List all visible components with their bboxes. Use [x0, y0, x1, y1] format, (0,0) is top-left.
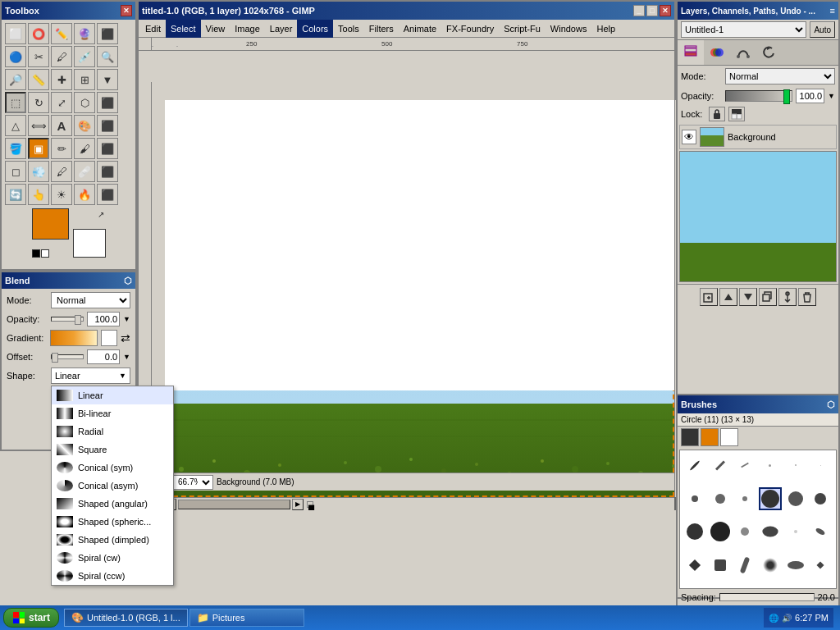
status-zoom-select[interactable]: 66.7%: [172, 475, 213, 490]
blend-opacity-slider[interactable]: [51, 317, 84, 322]
menu-script-fu[interactable]: Script-Fu: [499, 20, 546, 38]
brush-item-20[interactable]: [709, 554, 732, 577]
blend-shape-arrow[interactable]: ▼: [119, 372, 126, 380]
tab-undo[interactable]: [756, 40, 783, 65]
extra-tool1[interactable]: ⬛: [97, 23, 118, 44]
scissors-tool[interactable]: ✂: [28, 46, 49, 67]
brush-swatch-white[interactable]: [720, 428, 738, 446]
brush-item-7[interactable]: [683, 487, 706, 510]
blend-offset-value[interactable]: 0.0: [87, 349, 120, 364]
swap-colors-button[interactable]: ↗: [98, 210, 104, 219]
brush-item-1[interactable]: [683, 454, 706, 477]
lock-alpha-button[interactable]: [728, 107, 745, 121]
blend-gradient-options[interactable]: [101, 330, 117, 346]
paths-tool[interactable]: 🖊: [51, 46, 72, 67]
brush-item-22[interactable]: [759, 554, 782, 577]
tab-channels[interactable]: [704, 40, 730, 65]
taskbar-item-gimp[interactable]: 🎨 Untitled-1.0 (RGB, 1 l...: [64, 609, 188, 627]
shape-item-spiral-ccw[interactable]: Spiral (ccw): [52, 567, 173, 585]
blend-shape-display[interactable]: Linear ▼: [51, 368, 130, 384]
measure-tool[interactable]: 📏: [28, 69, 49, 90]
brush-item-12[interactable]: [809, 487, 832, 510]
shape-item-conical-sym[interactable]: Conical (sym): [52, 459, 173, 477]
blend-mode-select[interactable]: Normal: [51, 292, 130, 308]
raise-layer-button[interactable]: [719, 288, 737, 306]
layers-opacity-slider[interactable]: [725, 90, 792, 102]
blend-opacity-thumb[interactable]: [75, 315, 81, 325]
canvas-name-select[interactable]: Untitled-1: [681, 21, 806, 38]
blend-gradient-reverse[interactable]: ⇄: [121, 331, 130, 345]
blend-offset-arrow[interactable]: ▼: [123, 353, 130, 361]
new-layer-button[interactable]: [700, 288, 718, 306]
paintbrush-tool[interactable]: 🖌: [74, 138, 95, 159]
color-balance-tool[interactable]: 🎨: [74, 115, 95, 136]
menu-filters[interactable]: Filters: [364, 20, 399, 38]
brush-item-13[interactable]: [683, 520, 706, 543]
heal-tool[interactable]: 🩹: [74, 161, 95, 182]
blend-opacity-value[interactable]: 100.0: [87, 312, 120, 326]
brush-item-5[interactable]: [784, 454, 807, 477]
layers-opacity-thumb[interactable]: [783, 89, 790, 104]
blend-offset-slider[interactable]: [51, 354, 84, 359]
menu-fx-foundry[interactable]: FX-Foundry: [441, 20, 499, 38]
lock-pixels-button[interactable]: [709, 107, 725, 121]
scale-tool[interactable]: ⤢: [51, 92, 72, 113]
start-button[interactable]: start: [3, 608, 59, 628]
extra-tool8[interactable]: ⬛: [97, 184, 118, 205]
menu-windows[interactable]: Windows: [546, 20, 592, 38]
menu-view[interactable]: View: [201, 20, 231, 38]
text-tool[interactable]: A: [51, 115, 72, 136]
menu-animate[interactable]: Animate: [399, 20, 441, 38]
blend-offset-thumb[interactable]: [52, 353, 58, 363]
maximize-button[interactable]: □: [646, 5, 658, 16]
shape-item-bilinear[interactable]: Bi-linear: [52, 404, 173, 422]
extra-tool4[interactable]: ⬛: [97, 92, 118, 113]
layers-mode-select[interactable]: Normal: [725, 68, 835, 84]
brush-item-10-selected[interactable]: [759, 487, 782, 510]
brush-item-11[interactable]: [784, 487, 807, 510]
menu-help[interactable]: Help: [591, 20, 620, 38]
shape-item-spheric[interactable]: Shaped (spheric...: [52, 513, 173, 531]
brush-item-15[interactable]: [733, 520, 756, 543]
color-select-tool[interactable]: 🔵: [5, 46, 26, 67]
shape-item-conical-asym[interactable]: Conical (asym): [52, 477, 173, 495]
black-swatch[interactable]: [32, 249, 40, 258]
blend-panel-expand[interactable]: ⬡: [124, 276, 132, 286]
bucket-fill-tool[interactable]: 🪣: [5, 138, 26, 159]
move-tool[interactable]: ✚: [51, 69, 72, 90]
canvas-grip[interactable]: ◼: [307, 501, 313, 508]
layers-panel-menu[interactable]: ≡: [830, 6, 835, 16]
align-tool[interactable]: ⊞: [74, 69, 95, 90]
eraser-tool[interactable]: ◻: [5, 161, 26, 182]
tab-layers[interactable]: [678, 40, 704, 65]
h-scrollbar-thumb[interactable]: [178, 500, 290, 509]
canvas-container[interactable]: ◀ ▶ ◼ ▲ ▼: [165, 100, 687, 510]
duplicate-layer-button[interactable]: [759, 288, 777, 306]
auto-button[interactable]: Auto: [810, 21, 835, 38]
extra-tool2[interactable]: 🔍: [97, 46, 118, 67]
extra-tool6[interactable]: ⬛: [97, 138, 118, 159]
shape-item-radial[interactable]: Radial: [52, 422, 173, 441]
brush-item-2[interactable]: [709, 454, 732, 477]
menu-tools[interactable]: Tools: [333, 20, 364, 38]
ink-tool[interactable]: 🖊: [51, 161, 72, 182]
brush-item-16[interactable]: [759, 520, 782, 543]
menu-edit[interactable]: Edit: [140, 20, 166, 38]
anchor-layer-button[interactable]: [778, 288, 797, 306]
shape-item-square[interactable]: Square: [52, 441, 173, 459]
extra-tool7[interactable]: ⬛: [97, 161, 118, 182]
brush-item-18[interactable]: [809, 520, 832, 543]
airbrush-tool[interactable]: 💨: [28, 161, 49, 182]
menu-select[interactable]: Select: [166, 20, 201, 38]
white-swatch[interactable]: [41, 249, 49, 258]
tab-paths[interactable]: [730, 40, 756, 65]
shape-item-dimpled[interactable]: Shaped (dimpled): [52, 531, 173, 549]
rotate-tool[interactable]: ↻: [28, 92, 49, 113]
color-pick-tool[interactable]: 💉: [74, 46, 95, 67]
brush-swatch-black[interactable]: [681, 428, 699, 446]
layer-visibility-toggle[interactable]: 👁: [682, 130, 696, 144]
shear-tool[interactable]: ⬡: [74, 92, 95, 113]
brushes-panel-expand[interactable]: ⬡: [827, 399, 835, 410]
minimize-button[interactable]: _: [633, 5, 645, 16]
menu-layer[interactable]: Layer: [265, 20, 298, 38]
